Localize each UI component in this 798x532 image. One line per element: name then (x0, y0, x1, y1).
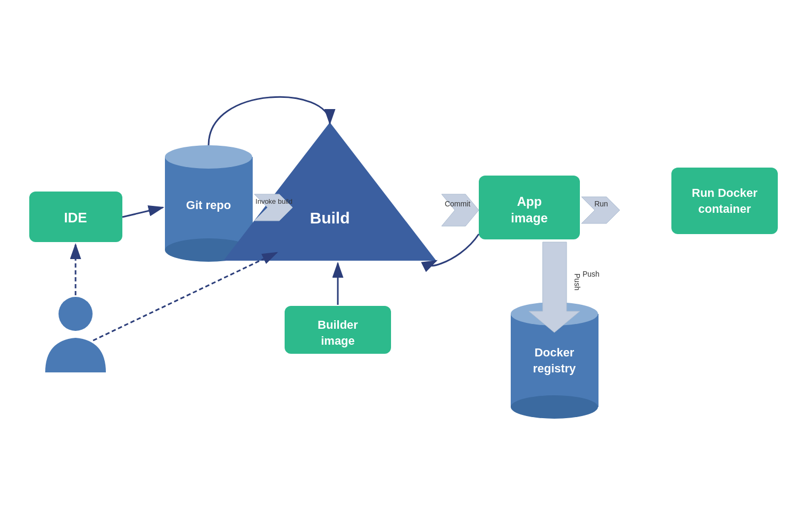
svg-text:Push: Push (583, 270, 600, 278)
node-build-triangle (223, 122, 436, 261)
node-rundocker (671, 168, 778, 234)
person-icon (59, 295, 93, 375)
svg-line-26 (122, 207, 163, 217)
node-builderimage (285, 306, 391, 354)
node-ide (29, 192, 122, 242)
svg-marker-29 (581, 197, 620, 223)
node-dockerregistry (511, 314, 598, 420)
svg-text:Push: Push (573, 273, 581, 290)
svg-text:Run: Run (594, 200, 608, 208)
svg-text:Commit: Commit (445, 200, 470, 208)
pipeline-diagram: Git repo Docker registry Build IDE App i… (0, 0, 798, 532)
node-appimage (479, 176, 580, 239)
svg-marker-27 (442, 194, 479, 226)
svg-line-34 (93, 253, 277, 340)
